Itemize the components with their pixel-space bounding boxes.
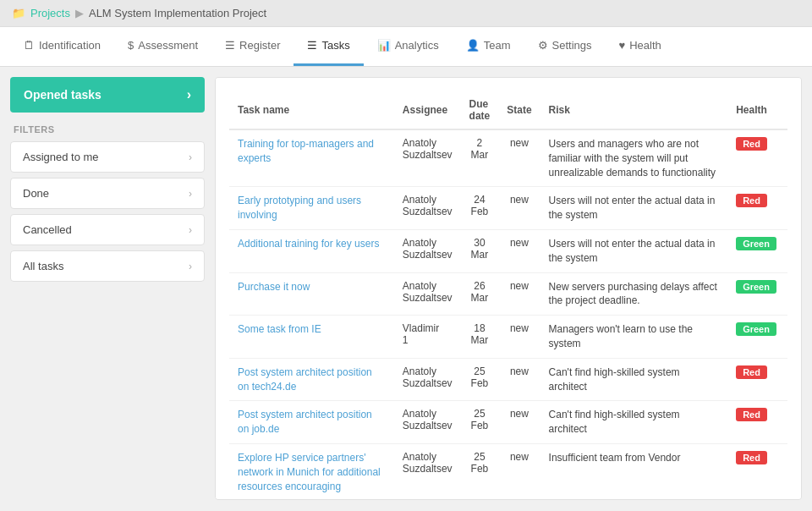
health-badge: Red <box>736 194 767 207</box>
health-cell: Green <box>727 229 787 272</box>
chevron-right-icon: › <box>189 261 192 272</box>
sidebar-item-all[interactable]: All tasks › <box>10 250 205 282</box>
date-cell: 26Mar <box>461 272 499 316</box>
health-badge: Green <box>736 280 776 294</box>
task-name-cell: Some task from IE <box>229 316 394 359</box>
task-name-cell: Explore HP service partners' network in … <box>229 443 394 500</box>
breadcrumb-separator: ▶ <box>75 7 84 19</box>
chevron-right-icon: › <box>189 151 192 163</box>
sidebar-item-done[interactable]: Done › <box>10 178 205 209</box>
task-name-cell: Post system architect position on job.de <box>229 401 394 444</box>
task-name-link[interactable]: Post system architect position on job.de <box>238 409 372 435</box>
tab-health[interactable]: ♥ Health <box>606 27 675 66</box>
col-health: Health <box>727 91 787 129</box>
health-badge: Red <box>736 137 767 151</box>
tab-settings[interactable]: ⚙ Settings <box>524 27 606 66</box>
opened-tasks-button[interactable]: Opened tasks › <box>10 77 205 113</box>
assignee-cell: AnatolySuzdaltsev <box>394 358 461 401</box>
task-name-link[interactable]: Some task from IE <box>238 323 321 335</box>
assignee-cell: AnatolySuzdaltsev <box>394 272 461 316</box>
risk-cell: New servers purchasing delays affect the… <box>540 272 728 316</box>
identification-icon: 🗒 <box>24 39 35 52</box>
col-assignee: Assignee <box>394 91 461 129</box>
tasks-content: Task name Assignee Duedate State Risk He… <box>215 77 802 500</box>
chevron-right-icon: › <box>187 87 191 102</box>
register-icon: ☰ <box>225 39 235 52</box>
tab-tasks[interactable]: ☰ Tasks <box>294 27 363 66</box>
table-row: Purchase it now AnatolySuzdaltsev 26Mar … <box>229 272 787 316</box>
assignee-cell: AnatolySuzdaltsev <box>394 443 461 500</box>
task-name-link[interactable]: Post system architect position on tech24… <box>238 366 372 393</box>
task-name-link[interactable]: Training for top-managers and experts <box>238 138 374 164</box>
assignee-cell: AnatolySuzdaltsev <box>394 187 461 230</box>
table-row: Post system architect position on job.de… <box>229 401 787 444</box>
tab-analytics[interactable]: 📊 Analytics <box>364 27 453 66</box>
date-cell: 25Feb <box>461 401 499 444</box>
breadcrumb: 📁 Projects ▶ ALM System Implementation P… <box>0 0 812 27</box>
col-state: State <box>498 91 540 129</box>
tasks-table: Task name Assignee Duedate State Risk He… <box>229 91 787 500</box>
task-name-cell: Purchase it now <box>229 272 394 316</box>
health-badge: Red <box>736 365 767 379</box>
tab-assessment[interactable]: $ Assessment <box>114 27 211 66</box>
task-name-link[interactable]: Explore HP service partners' network in … <box>238 452 381 492</box>
health-badge: Red <box>736 408 767 421</box>
table-row: Explore HP service partners' network in … <box>229 443 787 500</box>
state-cell: new <box>498 272 540 316</box>
health-cell: Red <box>727 443 787 500</box>
date-cell: 2Mar <box>461 129 499 187</box>
risk-cell: Managers won't learn to use the system <box>540 316 728 359</box>
tab-register[interactable]: ☰ Register <box>211 27 294 66</box>
nav-tabs: 🗒 Identification $ Assessment ☰ Register… <box>0 27 812 67</box>
sidebar-item-cancelled[interactable]: Cancelled › <box>10 214 205 245</box>
assignee-cell: AnatolySuzdaltsev <box>394 129 461 187</box>
health-cell: Red <box>727 187 787 230</box>
main-container: Opened tasks › FILTERS Assigned to me › … <box>0 67 812 510</box>
team-icon: 👤 <box>466 39 480 52</box>
task-name-cell: Additional training for key users <box>229 229 394 272</box>
date-cell: 25Feb <box>461 443 499 500</box>
date-cell: 25Feb <box>461 358 499 401</box>
table-row: Some task from IE Vladimir1 18Mar new Ma… <box>229 316 787 359</box>
table-row: Training for top-managers and experts An… <box>229 129 787 187</box>
task-name-link[interactable]: Purchase it now <box>238 281 310 293</box>
date-cell: 18Mar <box>461 316 499 359</box>
risk-cell: Insufficient team from Vendor <box>540 443 728 500</box>
task-name-link[interactable]: Additional training for key users <box>238 238 379 250</box>
state-cell: new <box>498 401 540 444</box>
table-row: Early prototyping and users involving An… <box>229 187 787 230</box>
health-badge: Green <box>736 237 776 250</box>
filters-label: FILTERS <box>10 121 205 141</box>
state-cell: new <box>498 129 540 187</box>
sidebar-item-assigned[interactable]: Assigned to me › <box>10 141 205 173</box>
health-cell: Green <box>727 316 787 359</box>
projects-link[interactable]: Projects <box>30 7 70 19</box>
task-name-cell: Early prototyping and users involving <box>229 187 394 230</box>
state-cell: new <box>498 187 540 230</box>
date-cell: 30Mar <box>461 229 499 272</box>
date-cell: 24Feb <box>461 187 499 230</box>
health-badge: Red <box>736 451 767 464</box>
tab-identification[interactable]: 🗒 Identification <box>10 27 114 66</box>
table-row: Additional training for key users Anatol… <box>229 229 787 272</box>
folder-icon: 📁 <box>12 7 25 19</box>
health-cell: Green <box>727 272 787 316</box>
risk-cell: Can't find high-skilled system architect <box>540 401 728 444</box>
sidebar: Opened tasks › FILTERS Assigned to me › … <box>10 77 205 500</box>
health-cell: Red <box>727 129 787 187</box>
risk-cell: Can't find high-skilled system architect <box>540 358 728 401</box>
state-cell: new <box>498 229 540 272</box>
task-name-cell: Training for top-managers and experts <box>229 129 394 187</box>
col-taskname: Task name <box>229 91 394 129</box>
health-icon: ♥ <box>619 39 626 52</box>
col-duedate: Duedate <box>461 91 499 129</box>
task-name-cell: Post system architect position on tech24… <box>229 358 394 401</box>
project-name: ALM System Implementation Project <box>89 7 266 19</box>
risk-cell: Users and managers who are not familiar … <box>540 129 728 187</box>
tab-team[interactable]: 👤 Team <box>453 27 524 66</box>
health-cell: Red <box>727 358 787 401</box>
task-name-link[interactable]: Early prototyping and users involving <box>238 195 361 221</box>
analytics-icon: 📊 <box>377 39 391 52</box>
tasks-icon: ☰ <box>307 39 317 52</box>
assignee-cell: AnatolySuzdaltsev <box>394 401 461 444</box>
